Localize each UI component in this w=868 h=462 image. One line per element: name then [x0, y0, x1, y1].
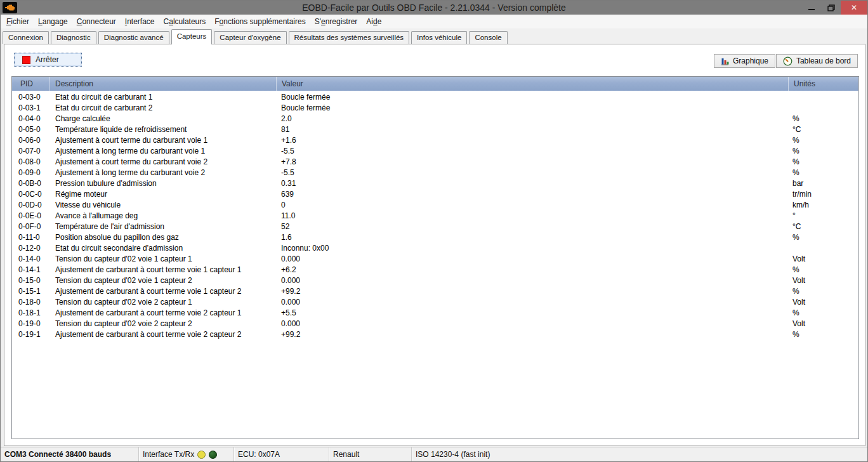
table-row[interactable]: 0-15-1Ajustement de carburant à court te…	[12, 286, 858, 297]
value-cell: 0	[277, 200, 789, 211]
table-row[interactable]: 0-14-1Ajustement de carburant à court te…	[12, 265, 858, 275]
tab-console[interactable]: Console	[469, 31, 507, 44]
unit-cell: bar	[789, 178, 858, 189]
value-cell: 0.000	[277, 297, 789, 308]
unit-cell: °	[789, 211, 858, 221]
unit-cell: °C	[789, 221, 858, 232]
value-cell: 0.000	[277, 275, 789, 286]
table-row[interactable]: 0-0C-0Régime moteur639tr/min	[12, 189, 858, 200]
window-title: EOBD-Facile par Outils OBD Facile - 2.21…	[1, 1, 867, 15]
description-cell: Régime moteur	[50, 189, 277, 200]
close-button[interactable]: ✕	[841, 1, 867, 15]
value-cell: 11.0	[277, 211, 789, 221]
value-cell: +99.2	[277, 329, 789, 340]
description-cell: Température de l'air d'admission	[50, 221, 277, 232]
menu-item-langage[interactable]: Langage	[34, 15, 72, 28]
pid-cell: 0-0E-0	[12, 211, 50, 221]
menu-item-aide[interactable]: Aide	[362, 15, 386, 28]
description-cell: Tension du capteur d'02 voie 2 capteur 2	[50, 319, 277, 329]
status-interface: Interface Tx/Rx	[139, 447, 234, 461]
value-cell: 0.31	[277, 178, 789, 189]
value-cell: +5.5	[277, 308, 789, 319]
title-bar[interactable]: EOBD-Facile par Outils OBD Facile - 2.21…	[1, 1, 867, 15]
value-cell: 81	[277, 124, 789, 135]
tab-capteur-d-oxyg-ne[interactable]: Capteur d'oxygène	[214, 31, 286, 44]
table-row[interactable]: 0-0F-0Température de l'air d'admission52…	[12, 221, 858, 232]
table-row[interactable]: 0-03-0Etat du circuit de carburant 1Bouc…	[12, 92, 858, 103]
description-cell: Tension du capteur d'02 voie 2 capteur 1	[50, 297, 277, 308]
value-cell: 2.0	[277, 114, 789, 124]
tab-infos-v-hicule[interactable]: Infos véhicule	[411, 31, 467, 44]
pid-cell: 0-18-1	[12, 308, 50, 319]
unit-cell: %	[789, 329, 858, 340]
table-row[interactable]: 0-18-0Tension du capteur d'02 voie 2 cap…	[12, 297, 858, 308]
table-row[interactable]: 0-0E-0Avance à l'allumage deg11.0°	[12, 211, 858, 221]
table-row[interactable]: 0-06-0Ajustement à court terme du carbur…	[12, 135, 858, 146]
column-header-valeur[interactable]: Valeur	[277, 77, 789, 91]
table-body: 0-03-0Etat du circuit de carburant 1Bouc…	[12, 92, 858, 340]
value-cell: +99.2	[277, 286, 789, 297]
table-row[interactable]: 0-11-0Position absolue du papillon des g…	[12, 232, 858, 243]
graph-button[interactable]: Graphique	[714, 54, 775, 68]
column-header-unit-s[interactable]: Unités	[789, 77, 858, 91]
unit-cell: km/h	[789, 200, 858, 211]
table-row[interactable]: 0-0D-0Vitesse du véhicule0km/h	[12, 200, 858, 211]
unit-cell: %	[789, 114, 858, 124]
pid-cell: 0-0B-0	[12, 178, 50, 189]
pid-cell: 0-12-0	[12, 243, 50, 254]
description-cell: Ajustement à long terme du carburant voi…	[50, 168, 277, 178]
tab-capteurs[interactable]: Capteurs	[171, 29, 213, 44]
unit-cell: Volt	[789, 275, 858, 286]
table-row[interactable]: 0-04-0Charge calculée2.0%	[12, 114, 858, 124]
stop-button-label: Arrêter	[36, 55, 59, 64]
unit-cell: %	[789, 168, 858, 178]
table-row[interactable]: 0-09-0Ajustement à long terme du carbura…	[12, 168, 858, 178]
pid-cell: 0-19-0	[12, 319, 50, 329]
value-cell: -5.5	[277, 146, 789, 157]
description-cell: Avance à l'allumage deg	[50, 211, 277, 221]
menu-item-connecteur[interactable]: Connecteur	[72, 15, 121, 28]
dashboard-button[interactable]: Tableau de bord	[776, 54, 858, 68]
description-cell: Ajustement de carburant à court terme vo…	[50, 308, 277, 319]
table-row[interactable]: 0-08-0Ajustement à court terme du carbur…	[12, 157, 858, 168]
tab-diagnostic-avanc[interactable]: Diagnostic avancé	[98, 31, 169, 44]
table-row[interactable]: 0-19-0Tension du capteur d'02 voie 2 cap…	[12, 319, 858, 329]
status-vehicle: Renault	[329, 447, 412, 461]
table-row[interactable]: 0-05-0Température liquide de refroidisse…	[12, 124, 858, 135]
column-header-description[interactable]: Description	[50, 77, 277, 91]
table-row[interactable]: 0-12-0Etat du circuit secondaire d'admis…	[12, 243, 858, 254]
tab-diagnostic[interactable]: Diagnostic	[51, 31, 96, 44]
restore-button[interactable]	[821, 1, 841, 15]
tab-connexion[interactable]: Connexion	[3, 31, 49, 44]
menu-item-calculateurs[interactable]: Calculateurs	[159, 15, 211, 28]
table-row[interactable]: 0-07-0Ajustement à long terme du carbura…	[12, 146, 858, 157]
value-cell: 0.000	[277, 254, 789, 265]
table-row[interactable]: 0-03-1Etat du circuit de carburant 2Bouc…	[12, 103, 858, 114]
app-window: EOBD-Facile par Outils OBD Facile - 2.21…	[0, 0, 868, 462]
menu-item-s-enregistrer[interactable]: S'enregistrer	[310, 15, 362, 28]
column-header-pid[interactable]: PID	[12, 77, 50, 91]
value-cell: 0.000	[277, 319, 789, 329]
table-row[interactable]: 0-19-1Ajustement de carburant à court te…	[12, 329, 858, 340]
description-cell: Température liquide de refroidissement	[50, 124, 277, 135]
description-cell: Charge calculée	[50, 114, 277, 124]
description-cell: Ajustement de carburant à court terme vo…	[50, 329, 277, 340]
table-row[interactable]: 0-14-0Tension du capteur d'02 voie 1 cap…	[12, 254, 858, 265]
capteurs-tab-page: Arrêter Graphique Tableau de bord PIDDes…	[4, 44, 865, 446]
menu-item-fichier[interactable]: Fichier	[2, 15, 34, 28]
unit-cell: %	[789, 135, 858, 146]
pid-cell: 0-03-0	[12, 92, 50, 103]
description-cell: Ajustement à long terme du carburant voi…	[50, 146, 277, 157]
tab-r-sultats-des-syst-mes-surveill-s[interactable]: Résultats des systèmes surveillés	[289, 31, 410, 44]
minimize-button[interactable]	[801, 1, 821, 15]
table-row[interactable]: 0-15-0Tension du capteur d'02 voie 1 cap…	[12, 275, 858, 286]
menu-item-interface[interactable]: Interface	[121, 15, 159, 28]
description-cell: Etat du circuit de carburant 2	[50, 103, 277, 114]
stop-button[interactable]: Arrêter	[14, 53, 82, 67]
value-cell: Inconnu: 0x00	[277, 243, 789, 254]
table-row[interactable]: 0-0B-0Pression tubulure d'admission0.31b…	[12, 178, 858, 189]
value-cell: +1.6	[277, 135, 789, 146]
menu-bar: FichierLangageConnecteurInterfaceCalcula…	[1, 15, 867, 29]
table-row[interactable]: 0-18-1Ajustement de carburant à court te…	[12, 308, 858, 319]
menu-item-fonctions-suppl-mentaires[interactable]: Fonctions supplémentaires	[210, 15, 310, 28]
